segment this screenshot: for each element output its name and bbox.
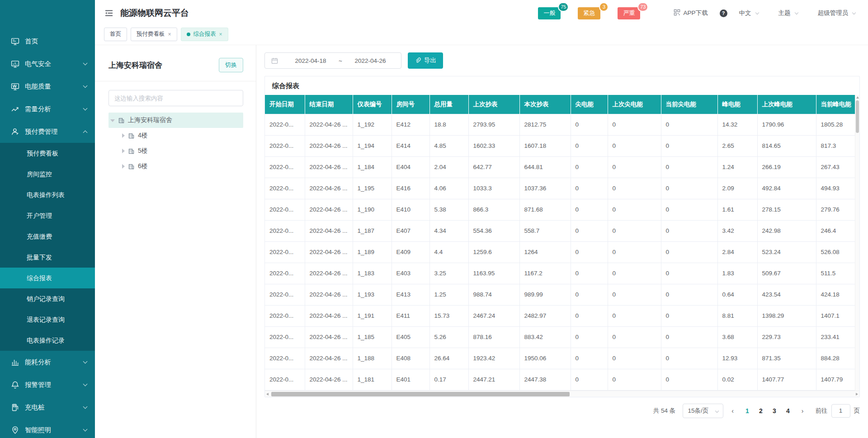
next-page-button[interactable]: › (799, 407, 807, 414)
sidebar-subitem[interactable]: 综合报表 (0, 268, 95, 288)
table-cell: 871.35 (757, 348, 816, 369)
alarm-badge[interactable]: 紧急3 (578, 7, 600, 19)
tree-node[interactable]: 4楼 (108, 128, 243, 143)
tab-close-icon[interactable]: × (219, 32, 222, 37)
scroll-right-arrow-icon[interactable] (856, 393, 858, 396)
table-cell: 0 (661, 263, 717, 284)
home-monitor-icon (11, 37, 19, 46)
table-cell: 1_181 (353, 369, 392, 390)
theme-dropdown[interactable]: 主题 (778, 9, 798, 17)
page-number[interactable]: 2 (755, 405, 766, 417)
table-cell: 1950.06 (519, 348, 571, 369)
table-cell: 233.41 (816, 326, 855, 348)
date-range-picker[interactable]: 2022-04-18 ~ 2022-04-26 (264, 52, 401, 69)
table-cell: 2022-04-26 ... (305, 114, 353, 135)
table-cell: 2022-04-26 ... (305, 305, 353, 326)
sidebar-subitem[interactable]: 退表记录查询 (0, 309, 95, 330)
tab-label: 首页 (110, 30, 121, 38)
sidebar-subitem[interactable]: 预付费看板 (0, 143, 95, 164)
alarm-count-badge: 73 (637, 2, 648, 12)
table-cell: 1_185 (353, 326, 392, 348)
content: 上海安科瑞宿舍 切换 上海安科瑞宿舍4楼5楼6楼 2022-04-18 ~ (95, 45, 868, 438)
sidebar-item[interactable]: 电气安全 (0, 52, 95, 75)
page-number[interactable]: 3 (769, 405, 780, 417)
table-cell: 1923.42 (468, 348, 519, 369)
sidebar-subitem[interactable]: 开户管理 (0, 205, 95, 226)
collapse-menu-icon[interactable] (104, 8, 114, 18)
horizontal-scrollbar[interactable] (265, 391, 859, 397)
table-cell: 644.81 (519, 156, 571, 178)
table-cell: 2022-0... (265, 369, 305, 390)
tab-active[interactable]: 综合报表× (181, 28, 228, 41)
page-number[interactable]: 4 (783, 405, 793, 417)
tree-node[interactable]: 上海安科瑞宿舍 (108, 113, 243, 128)
horizontal-scrollbar-thumb[interactable] (271, 392, 570, 396)
sidebar-item[interactable]: 电能质量 (0, 75, 95, 98)
goto-page-input[interactable] (831, 404, 850, 418)
page-size-select[interactable]: 15条/页 (683, 404, 723, 418)
table-cell: 1790.96 (757, 114, 816, 135)
table-row: 2022-0...2022-04-26 ...1_194E4144.851602… (265, 135, 855, 156)
sidebar-subitem[interactable]: 销户记录查询 (0, 288, 95, 309)
tree-node[interactable]: 6楼 (108, 159, 243, 174)
scroll-left-arrow-icon[interactable] (266, 393, 269, 396)
tree-caret-collapsed-icon[interactable] (122, 149, 125, 153)
sidebar-item[interactable]: 首页 (0, 30, 95, 52)
tree-caret-expanded-icon[interactable] (110, 119, 115, 122)
charging-pile-icon (11, 403, 19, 412)
switch-button[interactable]: 切换 (219, 58, 243, 72)
tab-item[interactable]: 首页 (104, 28, 127, 41)
export-button[interactable]: 导出 (408, 52, 443, 69)
table-row: 2022-0...2022-04-26 ...1_185E4055.26878.… (265, 326, 855, 348)
help-button[interactable]: ? (720, 9, 727, 17)
table-cell: 0 (661, 156, 717, 178)
tree-node[interactable]: 5楼 (108, 143, 243, 159)
user-dropdown[interactable]: 超级管理员 (818, 9, 856, 17)
table-cell: 4.34 (429, 220, 468, 241)
sidebar-subitem[interactable]: 电表操作列表 (0, 184, 95, 205)
sidebar-subitem[interactable]: 充值缴费 (0, 226, 95, 247)
search-input[interactable] (108, 90, 243, 106)
sidebar-subitem[interactable]: 批量下发 (0, 247, 95, 268)
page-number-active[interactable]: 1 (742, 405, 753, 417)
table-cell: 884.28 (816, 348, 855, 369)
alarm-badge[interactable]: 一般75 (538, 7, 561, 19)
table-cell: 0 (571, 178, 608, 199)
table-cell: 1_188 (353, 348, 392, 369)
sidebar-item[interactable]: 报警管理 (0, 373, 95, 396)
date-start-value[interactable]: 2022-04-18 (286, 57, 335, 64)
table-cell: 4.06 (429, 178, 468, 199)
table-row: 2022-0...2022-04-26 ...1_192E41218.82793… (265, 114, 855, 135)
table-cell: 1_190 (353, 199, 392, 220)
sidebar-item[interactable]: 智能照明 (0, 419, 95, 438)
vertical-scrollbar-thumb[interactable] (856, 100, 859, 133)
table-cell: 26.64 (429, 348, 468, 369)
prev-page-button[interactable]: ‹ (729, 407, 736, 414)
table-cell: 0 (571, 284, 608, 305)
sidebar-item[interactable]: 能耗分析 (0, 351, 95, 373)
app-download-button[interactable]: APP下载 (674, 9, 708, 17)
tree-caret-collapsed-icon[interactable] (122, 164, 125, 169)
tree-caret-collapsed-icon[interactable] (122, 133, 125, 138)
sidebar-item[interactable]: 充电桩 (0, 396, 95, 419)
table-cell: 424.18 (816, 284, 855, 305)
table-cell: 3.68 (717, 326, 757, 348)
table-cell: E416 (392, 178, 429, 199)
building-panel: 上海安科瑞宿舍 切换 上海安科瑞宿舍4楼5楼6楼 (95, 45, 256, 438)
language-dropdown[interactable]: 中文 (739, 9, 759, 17)
sidebar-item-label: 智能照明 (25, 426, 84, 434)
vertical-scrollbar[interactable] (855, 95, 859, 391)
alarm-badge[interactable]: 严重73 (618, 7, 640, 19)
sidebar-subitem[interactable]: 电表操作记录 (0, 330, 95, 351)
sidebar-item[interactable]: 需量分析 (0, 98, 95, 120)
date-end-value[interactable]: 2022-04-26 (346, 57, 395, 64)
table-cell: 494.93 (816, 178, 855, 199)
tab-close-icon[interactable]: × (168, 32, 171, 37)
sidebar-item[interactable]: 预付费管理 (0, 120, 95, 143)
table-cell: 1_187 (353, 220, 392, 241)
building-title: 上海安科瑞宿舍 (108, 60, 162, 71)
table-row: 2022-0...2022-04-26 ...1_191E41115.73246… (265, 305, 855, 326)
sidebar-subitem[interactable]: 房间监控 (0, 164, 95, 184)
scroll-up-arrow-icon[interactable] (856, 96, 859, 99)
tab-item[interactable]: 预付费看板× (131, 28, 177, 41)
